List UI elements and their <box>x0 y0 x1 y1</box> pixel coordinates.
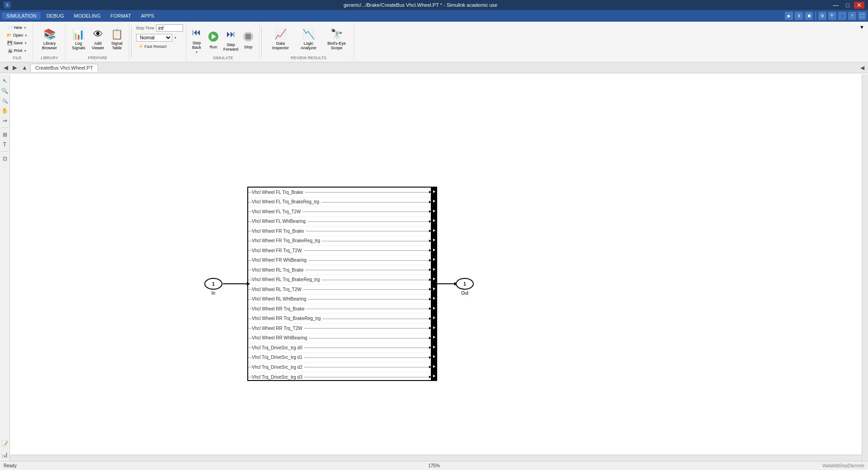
add-viewer-icon: 👁 <box>93 28 103 40</box>
menu-format[interactable]: FORMAT <box>106 12 136 19</box>
signal-row-10: Vhcl Wheel RL Trq_T2W <box>248 285 431 295</box>
settings-icon[interactable]: ⚙ <box>818 12 826 20</box>
window-controls[interactable]: — □ ✕ <box>830 2 864 9</box>
bottom-tool-2[interactable]: 📊 <box>0 450 9 459</box>
fit-tool[interactable]: ⊡ <box>0 154 9 163</box>
step-forward-label: StepForward <box>223 42 238 52</box>
library-group-label: LIBRARY <box>41 55 58 60</box>
outport-ellipse: 1 <box>456 278 474 290</box>
right-scrollbar[interactable] <box>862 75 868 461</box>
minimize-button[interactable]: — <box>830 2 841 9</box>
review-results-label: REVIEW RESULTS <box>291 55 326 60</box>
search-icon[interactable]: 🔍 <box>828 12 836 20</box>
arrow-head-in <box>247 282 250 286</box>
collapse-panel-button[interactable]: ◀ <box>859 65 866 71</box>
window-title: generic/.../Brake/CreateBus Vhcl.Wheel.P… <box>11 2 830 8</box>
help-icon[interactable]: ? <box>848 12 856 20</box>
stop-time-input[interactable] <box>156 24 183 32</box>
bottom-tool-1[interactable]: 📝 <box>0 439 9 448</box>
inport-block[interactable]: 1 In <box>204 278 222 296</box>
data-inspector-button[interactable]: 📈 DataInspector <box>267 26 294 52</box>
print-button[interactable]: 🖨️ Print ▼ <box>5 47 30 54</box>
signal-row-15: Vhcl Wheel RR WhlBearing <box>248 334 431 343</box>
logic-analyzer-label: LogicAnalyzer <box>301 41 316 50</box>
signal-row-2: Vhcl Wheel FL Trq_T2W <box>248 207 431 217</box>
save-label: Save <box>14 41 23 45</box>
stop-button[interactable] <box>240 29 256 44</box>
fast-restart-button[interactable]: ⚡ Fast Restart <box>136 43 169 50</box>
bus-creator-block[interactable]: Vhcl Wheel FL Trq_BrakeVhcl Wheel FL Trq… <box>247 187 437 381</box>
ribbon-sep-2 <box>261 26 262 58</box>
mode-select[interactable]: Normal Accelerator Rapid Accelerator <box>136 34 172 42</box>
zoom-out-tool[interactable]: 🔍 <box>0 96 9 105</box>
simulate-group-label: SIMULATE <box>213 55 233 60</box>
nav-back-arrow[interactable]: ◀ <box>2 64 10 71</box>
main-canvas[interactable]: Vhcl Wheel FL Trq_BrakeVhcl Wheel FL Trq… <box>10 75 868 461</box>
toolbar-sep-2 <box>1 151 9 152</box>
signal-row-14: Vhcl Wheel RR Trq_T2W <box>248 324 431 334</box>
add-block-tool[interactable]: ⊞ <box>0 130 9 139</box>
signal-row-9: Vhcl Wheel RL Trq_BrakeReg_trg <box>248 275 431 285</box>
stop-time-group: Stop Time Normal Accelerator Rapid Accel… <box>133 23 187 61</box>
select-tool[interactable]: ↖ <box>0 76 9 85</box>
review-buttons: 📈 DataInspector 📉 LogicAnalyzer 🔭 Bird's… <box>267 24 350 55</box>
maximize-button[interactable]: □ <box>843 2 852 9</box>
signal-table-label: SignalTable <box>111 41 123 50</box>
close-button[interactable]: ✕ <box>854 2 864 9</box>
step-back-button[interactable]: ⏮ <box>190 25 203 40</box>
new-button[interactable]: 📄 New ▼ <box>5 24 30 31</box>
log-signals-button[interactable]: 📊 LogSignals <box>69 27 88 52</box>
pan-tool[interactable]: ✋ <box>0 106 9 115</box>
titlebar: S generic/.../Brake/CreateBus Vhcl.Wheel… <box>0 0 868 10</box>
new-dropdown-arrow: ▼ <box>24 26 27 29</box>
signal-table-icon: 📋 <box>111 28 123 40</box>
menu-modeling[interactable]: MODELING <box>70 12 105 19</box>
expand-icon[interactable]: ⛶ <box>858 12 866 20</box>
stop-icon-top[interactable]: ⏹ <box>805 12 813 20</box>
logic-analyzer-icon: 📉 <box>302 28 315 40</box>
zoom-in-tool[interactable]: 🔍 <box>0 86 9 95</box>
play-icon[interactable]: ▶ <box>785 12 793 20</box>
nav-forward-arrow[interactable]: ▶ <box>11 64 19 71</box>
review-results-group: 📈 DataInspector 📉 LogicAnalyzer 🔭 Bird's… <box>264 23 354 61</box>
save-button[interactable]: 💾 Save ▼ <box>5 39 30 47</box>
signal-row-18: Vhcl Trq_DriveSrc_trg d2 <box>248 362 431 372</box>
fast-restart-label: Fast Restart <box>145 44 167 49</box>
outport-number: 1 <box>463 282 466 287</box>
pause-icon[interactable]: ⏸ <box>795 12 803 20</box>
menu-simulation[interactable]: SIMULATION <box>2 12 41 19</box>
signal-row-6: Vhcl Wheel FR Trq_T2W <box>248 246 431 256</box>
library-buttons: 📚 LibraryBrowser <box>39 24 60 55</box>
step-forward-button[interactable]: ⏭ <box>224 27 238 42</box>
text-tool[interactable]: T <box>0 140 9 149</box>
signal-table-button[interactable]: 📋 SignalTable <box>108 27 126 52</box>
logic-analyzer-button[interactable]: 📉 LogicAnalyzer <box>295 26 322 52</box>
community-icon[interactable]: 👤 <box>838 12 846 20</box>
birds-eye-scope-label: Bird's-EyeScope <box>327 41 346 50</box>
run-button[interactable] <box>205 29 222 44</box>
open-button[interactable]: 📂 Open ▼ <box>5 32 30 39</box>
library-browser-button[interactable]: 📚 LibraryBrowser <box>39 27 60 52</box>
diagram: Vhcl Wheel FL Trq_BrakeVhcl Wheel FL Trq… <box>10 75 868 461</box>
birds-eye-scope-button[interactable]: 🔭 Bird's-EyeScope <box>323 26 350 52</box>
ribbon-collapse[interactable]: ▼ <box>858 23 866 61</box>
save-icon: 💾 <box>7 41 12 45</box>
navtabs-bar: ◀ ▶ ▲ CreateBus Vhcl.Wheel.PT ◀ <box>0 62 868 73</box>
menu-debug[interactable]: DEBUG <box>42 12 68 19</box>
menu-apps[interactable]: APPS <box>137 12 159 19</box>
active-tab[interactable]: CreateBus Vhcl.Wheel.PT <box>30 64 98 72</box>
fast-restart-icon: ⚡ <box>138 44 143 49</box>
statusbar: Ready 175% VariableStepDiscrete <box>0 461 868 470</box>
nav-up-arrow[interactable]: ▲ <box>20 64 29 71</box>
stop-label: Stop <box>244 45 253 49</box>
outport-block[interactable]: 1 Out <box>456 278 474 296</box>
inport-ellipse: 1 <box>204 278 222 290</box>
menubar: SIMULATION DEBUG MODELING FORMAT APPS ▶ … <box>0 10 868 22</box>
add-viewer-button[interactable]: 👁 AddViewer <box>89 27 107 52</box>
data-inspector-icon: 📈 <box>274 28 287 40</box>
bottom-scrollbar[interactable] <box>10 455 862 461</box>
connect-tool[interactable]: ⇒ <box>0 116 9 125</box>
signal-row-0: Vhcl Wheel FL Trq_Brake <box>248 188 431 197</box>
simulate-group: ⏮ StepBack ▼ Run ⏭ StepForward <box>187 23 259 61</box>
signal-row-3: Vhcl Wheel FL WhlBearing <box>248 217 431 227</box>
